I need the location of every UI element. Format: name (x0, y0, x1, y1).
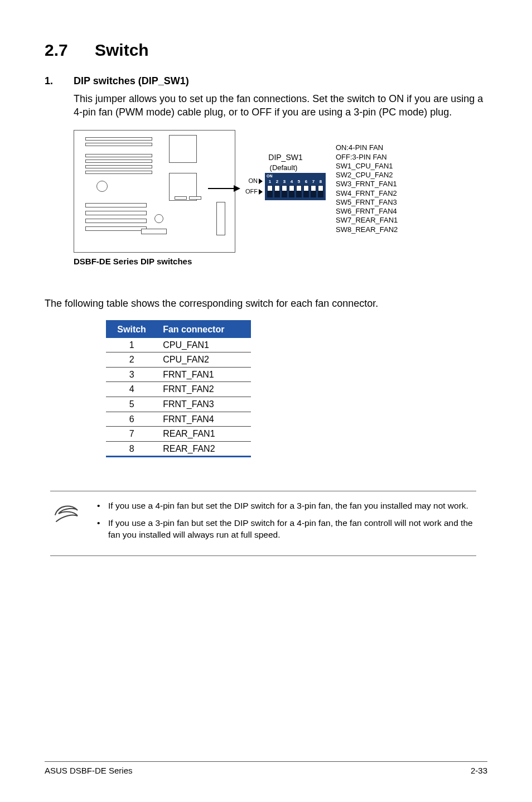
dip-legend: ON:4-PIN FAN OFF:3-PIN FAN SW1_CPU_FAN1 … (336, 143, 398, 234)
table-row: 7REAR_FAN1 (106, 427, 251, 442)
dip-on-off-labels: ON OFF (245, 178, 263, 195)
diagram-area: DIP_SW1 (Default) ON OFF ON 1 2 3 4 5 6 … (74, 130, 487, 253)
table-row: 2CPU_FAN2 (106, 352, 251, 368)
note-item: If you use a 3-pin fan but set the DIP s… (95, 518, 473, 541)
note-block: If you use a 4-pin fan but set the DIP s… (50, 491, 476, 556)
item-title: DIP switches (DIP_SW1) (74, 75, 189, 86)
footer-left: ASUS DSBF-DE Series (45, 765, 133, 776)
page-footer: ASUS DSBF-DE Series 2-33 (45, 761, 487, 776)
svg-marker-1 (234, 185, 240, 192)
dip-switch-graphic: ON 1 2 3 4 5 6 7 8 (265, 173, 326, 200)
arrow-right-icon (259, 178, 263, 184)
arrow-right-icon (259, 189, 263, 195)
table-header-fan: Fan connector (157, 321, 251, 337)
table-header-switch: Switch (106, 321, 157, 337)
dip-on-label: ON (249, 178, 258, 184)
section-number: 2.7 (45, 39, 95, 62)
footer-right: 2-33 (471, 765, 487, 776)
table-row: 3FRNT_FAN1 (106, 367, 251, 382)
table-row: 4FRNT_FAN2 (106, 382, 251, 397)
section-title: Switch (95, 41, 149, 59)
table-row: 5FRNT_FAN3 (106, 397, 251, 412)
section-heading: 2.7Switch (45, 39, 487, 62)
table-intro-text: The following table shows the correspond… (45, 297, 487, 310)
motherboard-outline (74, 130, 235, 253)
table-row: 1CPU_FAN1 (106, 337, 251, 352)
note-icon (50, 500, 83, 547)
item-number: 1. (45, 74, 74, 88)
table-row: 8REAR_FAN2 (106, 441, 251, 457)
diagram-caption: DSBF-DE Series DIP switches (74, 256, 487, 267)
item-header: 1.DIP switches (DIP_SW1) (45, 74, 487, 88)
dip-default-label: (Default) (270, 163, 298, 173)
dip-title: DIP_SW1 (268, 152, 302, 163)
dip-on-text: ON (267, 173, 273, 178)
note-item: If you use a 4-pin fan but set the DIP s… (95, 500, 473, 512)
dip-off-label: OFF (245, 189, 258, 195)
switch-table: Switch Fan connector 1CPU_FAN1 2CPU_FAN2… (106, 320, 251, 457)
note-list: If you use a 4-pin fan but set the DIP s… (95, 500, 473, 547)
item-body-text: This jumper allows you to set up the fan… (74, 92, 487, 119)
table-row: 6FRNT_FAN4 (106, 412, 251, 427)
